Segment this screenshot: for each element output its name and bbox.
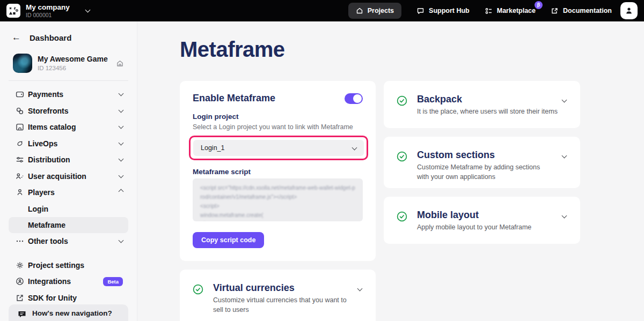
- user-plus-icon: [15, 171, 25, 181]
- categories-icon: [485, 7, 493, 15]
- backpack-description: It is the place, where users will store …: [417, 107, 562, 117]
- top-navigation: Projects Support Hub Marketplace β Docum…: [348, 3, 612, 19]
- nav-marketplace[interactable]: Marketplace β: [485, 7, 536, 15]
- metaframe-script-label: Metaframe script: [193, 168, 363, 176]
- chevron-up-icon: [119, 189, 124, 195]
- sidebar-item-project-settings[interactable]: Project settings: [0, 257, 137, 274]
- chevron-down-icon: [119, 156, 124, 162]
- nav-support-hub-label: Support Hub: [429, 7, 470, 14]
- sidebar-item-login[interactable]: Login: [0, 201, 137, 218]
- external-link-icon: [551, 7, 559, 15]
- sidebar-item-metaframe[interactable]: Metaframe: [9, 217, 128, 233]
- beta-badge: Beta: [103, 277, 123, 286]
- sidebar-menu: Payments Storefronts Items catalog LiveO…: [0, 86, 137, 306]
- copy-script-code-button[interactable]: Copy script code: [193, 232, 264, 248]
- chevron-down-icon: [119, 173, 124, 178]
- storefront-icon: [15, 106, 25, 116]
- chat-icon: [416, 7, 425, 15]
- backpack-title[interactable]: Backpack: [417, 94, 462, 104]
- nav-support-hub[interactable]: Support Hub: [416, 7, 470, 15]
- project-thumbnail: [13, 54, 32, 73]
- login-project-select[interactable]: Login_1: [193, 140, 364, 156]
- sidebar-item-other-tools[interactable]: Other tools: [0, 233, 137, 250]
- sidebar-divider: [9, 80, 128, 81]
- nav-marketplace-label: Marketplace: [497, 7, 536, 14]
- main-content: Metaframe Enable Metaframe Login project…: [137, 21, 644, 321]
- user-avatar-button[interactable]: [620, 2, 638, 19]
- project-home-icon[interactable]: [116, 59, 124, 68]
- page-title: Metaframe: [180, 38, 644, 62]
- company-logo-icon[interactable]: [6, 4, 20, 18]
- sidebar-item-items-catalog[interactable]: Items catalog: [0, 119, 137, 136]
- chevron-down-icon: [119, 140, 124, 145]
- enable-metaframe-toggle[interactable]: [345, 93, 363, 104]
- sidebar: ← Dashboard My Awesome Game ID 123456 Pa…: [0, 21, 137, 321]
- check-circle-icon: [397, 211, 407, 224]
- virtual-currencies-title[interactable]: Virtual currencies: [213, 282, 295, 293]
- sidebar-item-liveops[interactable]: LiveOps: [0, 136, 137, 152]
- sidebar-item-players[interactable]: Players: [0, 184, 137, 201]
- integrations-icon: [15, 277, 25, 286]
- chevron-down-icon: [119, 124, 124, 129]
- chevron-down-icon[interactable]: [562, 153, 567, 159]
- external-link-icon: [15, 293, 25, 303]
- nav-documentation[interactable]: Documentation: [551, 7, 612, 15]
- sidebar-item-storefronts[interactable]: Storefronts: [0, 103, 137, 120]
- arrow-left-icon: ←: [12, 32, 21, 43]
- login-project-value: Login_1: [201, 144, 225, 152]
- virtual-currencies-description: Customize virtual currencies that you wa…: [213, 296, 347, 315]
- custom-sections-description: Customize Metaframe by adding sections w…: [417, 163, 551, 182]
- login-project-highlight: Login_1: [189, 136, 368, 160]
- marketplace-beta-badge: β: [535, 1, 543, 9]
- catalog-icon: [15, 122, 25, 132]
- chevron-down-icon[interactable]: [562, 98, 567, 103]
- user-icon: [15, 188, 25, 197]
- top-header: My company ID 000001 Projects Support Hu…: [0, 0, 644, 21]
- wallet-icon: [15, 89, 25, 99]
- check-circle-icon: [193, 284, 203, 297]
- sidebar-item-payments[interactable]: Payments: [0, 86, 137, 103]
- user-icon: [625, 6, 633, 15]
- sidebar-item-user-acquisition[interactable]: User acquisition: [0, 168, 137, 185]
- ellipsis-icon: [15, 236, 25, 246]
- project-id: ID 123456: [38, 64, 116, 72]
- company-name: My company: [26, 3, 70, 12]
- whats-new-navigation-banner[interactable]: How's new navigation?: [9, 304, 128, 321]
- chevron-down-icon: [119, 107, 124, 113]
- check-circle-icon: [397, 151, 407, 164]
- mobile-layout-title[interactable]: Mobile layout: [417, 210, 479, 220]
- chevron-down-icon: [352, 145, 357, 150]
- mobile-layout-card: Mobile layout Apply mobile layout to you…: [384, 197, 580, 244]
- project-name: My Awesome Game: [38, 55, 116, 64]
- nav-projects[interactable]: Projects: [348, 3, 401, 19]
- sliders-icon: [15, 155, 25, 165]
- project-switcher[interactable]: My Awesome Game ID 123456: [13, 54, 124, 73]
- custom-sections-card: Custom sections Customize Metaframe by a…: [384, 137, 580, 188]
- chevron-down-icon: [119, 238, 124, 243]
- chevron-down-icon[interactable]: [357, 286, 363, 292]
- enable-metaframe-card: Enable Metaframe Login project Select a …: [180, 81, 376, 261]
- sidebar-item-integrations[interactable]: Integrations Beta: [0, 273, 137, 290]
- login-project-label: Login project: [193, 113, 363, 121]
- chevron-down-icon: [119, 91, 124, 96]
- liveops-icon: [15, 139, 25, 148]
- metaframe-script-box[interactable]: <script src="https://cdn.xsolla.net/meta…: [193, 178, 363, 221]
- enable-metaframe-title: Enable Metaframe: [193, 93, 275, 104]
- check-circle-icon: [397, 95, 407, 108]
- nav-projects-label: Projects: [368, 7, 394, 14]
- back-label: Dashboard: [30, 33, 71, 42]
- custom-sections-title[interactable]: Custom sections: [417, 150, 495, 160]
- chevron-down-icon[interactable]: [562, 213, 567, 219]
- metaframe-script-code: <script src="https://cdn.xsolla.net/meta…: [200, 183, 355, 221]
- company-switcher[interactable]: My company ID 000001: [26, 3, 70, 18]
- backpack-card: Backpack It is the place, where users wi…: [384, 81, 580, 128]
- chevron-down-icon[interactable]: [85, 8, 90, 13]
- home-icon: [356, 7, 363, 14]
- sidebar-item-sdk-for-unity[interactable]: SDK for Unity: [0, 290, 137, 307]
- login-project-hint: Select a Login project you want to link …: [193, 123, 363, 131]
- chat-filled-icon: [17, 309, 27, 319]
- company-id: ID 000001: [26, 12, 70, 18]
- sidebar-item-distribution[interactable]: Distribution: [0, 152, 137, 168]
- sidebar-back-dashboard[interactable]: ← Dashboard: [0, 30, 137, 45]
- virtual-currencies-card: Virtual currencies Customize virtual cur…: [180, 270, 376, 321]
